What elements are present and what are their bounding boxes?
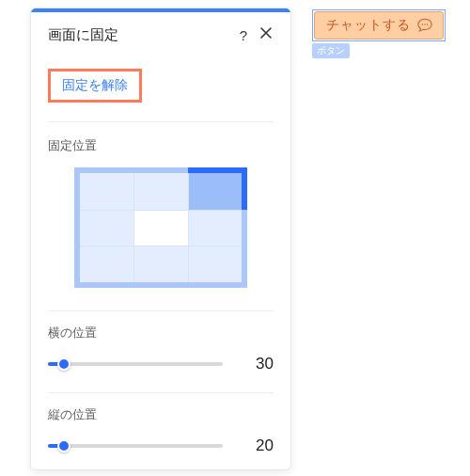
unpin-highlight: 固定を解除 bbox=[48, 69, 142, 103]
chat-bubble-icon bbox=[416, 17, 433, 34]
panel-header: 画面に固定 ? bbox=[31, 12, 290, 59]
position-corner-marker bbox=[188, 167, 247, 173]
horizontal-slider[interactable] bbox=[48, 357, 223, 372]
grid-line bbox=[80, 210, 242, 211]
close-button[interactable] bbox=[255, 24, 277, 46]
selection-outline: チャットする bbox=[312, 9, 446, 41]
unpin-button[interactable]: 固定を解除 bbox=[62, 77, 128, 92]
svg-point-1 bbox=[424, 24, 426, 25]
position-cell-0-2[interactable] bbox=[188, 173, 242, 210]
position-cell-1-0[interactable] bbox=[80, 210, 133, 246]
position-section: 固定位置 bbox=[31, 122, 290, 292]
position-grid[interactable] bbox=[74, 167, 247, 288]
slider-track bbox=[48, 362, 223, 366]
selection-type-tag: ボタン bbox=[312, 43, 350, 58]
svg-point-0 bbox=[422, 24, 424, 25]
position-cell-0-1[interactable] bbox=[133, 173, 187, 210]
vertical-slider[interactable] bbox=[48, 438, 223, 453]
grid-line bbox=[133, 173, 134, 282]
position-corner-marker bbox=[242, 167, 247, 210]
slider-track bbox=[48, 444, 223, 448]
pin-to-screen-panel: 画面に固定 ? 固定を解除 固定位置 横の位置 3 bbox=[30, 8, 291, 470]
position-cell-2-0[interactable] bbox=[80, 246, 133, 282]
slider-thumb[interactable] bbox=[57, 439, 70, 452]
slider-thumb[interactable] bbox=[57, 357, 70, 371]
vertical-slider-label: 縦の位置 bbox=[48, 406, 274, 423]
position-section-label: 固定位置 bbox=[48, 137, 274, 154]
position-cell-2-2[interactable] bbox=[188, 246, 242, 282]
selected-element-wrap: チャットする ボタン bbox=[312, 9, 446, 58]
unpin-row: 固定を解除 bbox=[31, 59, 290, 106]
position-cell-1-1[interactable] bbox=[133, 210, 187, 246]
help-button[interactable]: ? bbox=[232, 24, 255, 46]
vertical-slider-row: 縦の位置 20 bbox=[31, 393, 290, 461]
horizontal-slider-row: 横の位置 30 bbox=[31, 311, 290, 379]
position-cell-2-1[interactable] bbox=[133, 246, 187, 282]
grid-line bbox=[188, 173, 189, 282]
svg-point-2 bbox=[427, 24, 429, 25]
vertical-slider-value: 20 bbox=[240, 436, 274, 455]
panel-title: 画面に固定 bbox=[48, 26, 232, 44]
position-cell-1-2[interactable] bbox=[188, 210, 242, 246]
position-cell-0-0[interactable] bbox=[80, 173, 133, 210]
chat-button-label: チャットする bbox=[326, 17, 411, 34]
horizontal-slider-label: 横の位置 bbox=[48, 325, 274, 341]
chat-button[interactable]: チャットする bbox=[314, 11, 444, 40]
grid-line bbox=[80, 246, 242, 246]
horizontal-slider-value: 30 bbox=[240, 355, 274, 373]
close-icon bbox=[259, 26, 273, 43]
